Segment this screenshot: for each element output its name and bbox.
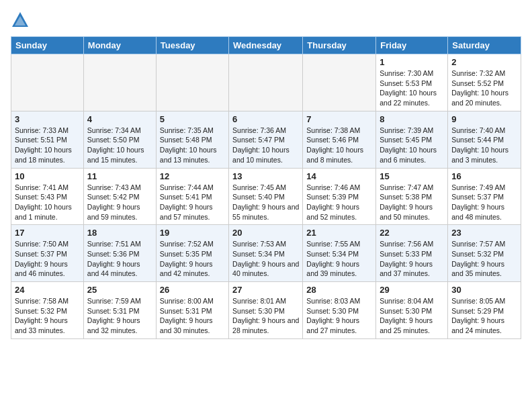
col-header-sunday: Sunday <box>11 37 84 54</box>
col-header-saturday: Saturday <box>448 37 521 54</box>
col-header-tuesday: Tuesday <box>156 37 228 54</box>
day-info: Sunrise: 7:40 AM Sunset: 5:44 PM Dayligh… <box>451 126 517 165</box>
calendar-cell: 19Sunrise: 7:52 AM Sunset: 5:35 PM Dayli… <box>156 225 228 282</box>
day-number: 25 <box>87 285 152 295</box>
day-info: Sunrise: 7:57 AM Sunset: 5:32 PM Dayligh… <box>451 239 517 279</box>
day-info: Sunrise: 8:01 AM Sunset: 5:30 PM Dayligh… <box>232 296 299 336</box>
day-info: Sunrise: 7:33 AM Sunset: 5:51 PM Dayligh… <box>15 126 80 165</box>
calendar-cell: 30Sunrise: 8:05 AM Sunset: 5:29 PM Dayli… <box>448 282 521 339</box>
day-info: Sunrise: 7:49 AM Sunset: 5:37 PM Dayligh… <box>451 183 517 222</box>
calendar-cell: 26Sunrise: 8:00 AM Sunset: 5:31 PM Dayli… <box>156 282 228 339</box>
day-number: 20 <box>232 228 299 238</box>
day-number: 18 <box>87 228 152 238</box>
day-number: 27 <box>232 285 299 295</box>
calendar-cell: 27Sunrise: 8:01 AM Sunset: 5:30 PM Dayli… <box>229 282 303 339</box>
calendar-cell: 18Sunrise: 7:51 AM Sunset: 5:36 PM Dayli… <box>83 225 156 282</box>
day-number: 14 <box>306 171 372 181</box>
day-number: 13 <box>232 171 299 181</box>
day-info: Sunrise: 7:52 AM Sunset: 5:35 PM Dayligh… <box>160 239 225 279</box>
day-info: Sunrise: 7:30 AM Sunset: 5:53 PM Dayligh… <box>380 68 444 108</box>
calendar-cell: 4Sunrise: 7:34 AM Sunset: 5:50 PM Daylig… <box>83 111 156 168</box>
day-number: 21 <box>306 228 372 238</box>
day-number: 22 <box>380 228 444 238</box>
col-header-thursday: Thursday <box>303 37 376 54</box>
calendar-cell: 14Sunrise: 7:46 AM Sunset: 5:39 PM Dayli… <box>303 168 376 225</box>
day-number: 24 <box>15 285 80 295</box>
calendar-cell: 5Sunrise: 7:35 AM Sunset: 5:48 PM Daylig… <box>156 111 228 168</box>
day-number: 29 <box>380 285 444 295</box>
day-info: Sunrise: 8:03 AM Sunset: 5:30 PM Dayligh… <box>306 296 372 336</box>
calendar-cell: 6Sunrise: 7:36 AM Sunset: 5:47 PM Daylig… <box>229 111 303 168</box>
day-info: Sunrise: 7:41 AM Sunset: 5:43 PM Dayligh… <box>15 183 80 222</box>
day-info: Sunrise: 7:32 AM Sunset: 5:52 PM Dayligh… <box>451 68 517 108</box>
calendar-cell: 10Sunrise: 7:41 AM Sunset: 5:43 PM Dayli… <box>11 168 84 225</box>
calendar-cell: 2Sunrise: 7:32 AM Sunset: 5:52 PM Daylig… <box>448 54 521 111</box>
day-info: Sunrise: 7:36 AM Sunset: 5:47 PM Dayligh… <box>232 126 299 165</box>
day-number: 5 <box>160 114 225 124</box>
day-info: Sunrise: 7:53 AM Sunset: 5:34 PM Dayligh… <box>232 239 299 279</box>
day-number: 19 <box>160 228 225 238</box>
calendar-cell: 29Sunrise: 8:04 AM Sunset: 5:30 PM Dayli… <box>376 282 448 339</box>
day-number: 6 <box>232 114 299 124</box>
day-number: 28 <box>306 285 372 295</box>
calendar-cell: 3Sunrise: 7:33 AM Sunset: 5:51 PM Daylig… <box>11 111 84 168</box>
day-number: 9 <box>451 114 517 124</box>
day-number: 12 <box>160 171 225 181</box>
day-number: 11 <box>87 171 152 181</box>
day-info: Sunrise: 7:35 AM Sunset: 5:48 PM Dayligh… <box>160 126 225 165</box>
day-number: 16 <box>451 171 517 181</box>
day-number: 10 <box>15 171 80 181</box>
day-info: Sunrise: 7:46 AM Sunset: 5:39 PM Dayligh… <box>306 183 372 222</box>
calendar-cell: 23Sunrise: 7:57 AM Sunset: 5:32 PM Dayli… <box>448 225 521 282</box>
day-number: 1 <box>380 57 444 67</box>
day-number: 3 <box>15 114 80 124</box>
calendar-cell: 11Sunrise: 7:43 AM Sunset: 5:42 PM Dayli… <box>83 168 156 225</box>
calendar-cell: 13Sunrise: 7:45 AM Sunset: 5:40 PM Dayli… <box>229 168 303 225</box>
calendar-week-5: 24Sunrise: 7:58 AM Sunset: 5:32 PM Dayli… <box>11 282 521 339</box>
day-info: Sunrise: 7:47 AM Sunset: 5:38 PM Dayligh… <box>380 183 444 222</box>
day-info: Sunrise: 7:45 AM Sunset: 5:40 PM Dayligh… <box>232 183 299 222</box>
logo <box>11 11 32 30</box>
calendar-cell: 15Sunrise: 7:47 AM Sunset: 5:38 PM Dayli… <box>376 168 448 225</box>
day-number: 17 <box>15 228 80 238</box>
calendar-cell: 8Sunrise: 7:39 AM Sunset: 5:45 PM Daylig… <box>376 111 448 168</box>
day-number: 7 <box>306 114 372 124</box>
calendar-cell: 21Sunrise: 7:55 AM Sunset: 5:34 PM Dayli… <box>303 225 376 282</box>
header <box>11 11 521 30</box>
day-number: 23 <box>451 228 517 238</box>
calendar-cell: 7Sunrise: 7:38 AM Sunset: 5:46 PM Daylig… <box>303 111 376 168</box>
calendar-table: SundayMondayTuesdayWednesdayThursdayFrid… <box>11 36 521 339</box>
day-number: 8 <box>380 114 444 124</box>
day-info: Sunrise: 7:34 AM Sunset: 5:50 PM Dayligh… <box>87 126 152 165</box>
calendar-cell: 28Sunrise: 8:03 AM Sunset: 5:30 PM Dayli… <box>303 282 376 339</box>
day-info: Sunrise: 7:44 AM Sunset: 5:41 PM Dayligh… <box>160 183 225 222</box>
calendar-cell <box>11 54 84 111</box>
day-number: 30 <box>451 285 517 295</box>
calendar-cell <box>83 54 156 111</box>
calendar-cell: 20Sunrise: 7:53 AM Sunset: 5:34 PM Dayli… <box>229 225 303 282</box>
calendar-cell: 24Sunrise: 7:58 AM Sunset: 5:32 PM Dayli… <box>11 282 84 339</box>
col-header-monday: Monday <box>83 37 156 54</box>
calendar-cell: 16Sunrise: 7:49 AM Sunset: 5:37 PM Dayli… <box>448 168 521 225</box>
page: SundayMondayTuesdayWednesdayThursdayFrid… <box>0 0 532 346</box>
day-info: Sunrise: 8:05 AM Sunset: 5:29 PM Dayligh… <box>451 296 517 336</box>
day-info: Sunrise: 7:50 AM Sunset: 5:37 PM Dayligh… <box>15 239 80 279</box>
calendar-cell: 25Sunrise: 7:59 AM Sunset: 5:31 PM Dayli… <box>83 282 156 339</box>
day-info: Sunrise: 7:51 AM Sunset: 5:36 PM Dayligh… <box>87 239 152 279</box>
day-number: 2 <box>451 57 517 67</box>
calendar-cell: 17Sunrise: 7:50 AM Sunset: 5:37 PM Dayli… <box>11 225 84 282</box>
day-number: 15 <box>380 171 444 181</box>
calendar-cell: 12Sunrise: 7:44 AM Sunset: 5:41 PM Dayli… <box>156 168 228 225</box>
calendar-week-2: 3Sunrise: 7:33 AM Sunset: 5:51 PM Daylig… <box>11 111 521 168</box>
calendar-cell: 1Sunrise: 7:30 AM Sunset: 5:53 PM Daylig… <box>376 54 448 111</box>
day-number: 4 <box>87 114 152 124</box>
calendar-cell: 9Sunrise: 7:40 AM Sunset: 5:44 PM Daylig… <box>448 111 521 168</box>
day-info: Sunrise: 7:43 AM Sunset: 5:42 PM Dayligh… <box>87 183 152 222</box>
calendar-week-3: 10Sunrise: 7:41 AM Sunset: 5:43 PM Dayli… <box>11 168 521 225</box>
day-info: Sunrise: 8:00 AM Sunset: 5:31 PM Dayligh… <box>160 296 225 336</box>
day-info: Sunrise: 7:59 AM Sunset: 5:31 PM Dayligh… <box>87 296 152 336</box>
calendar-cell <box>156 54 228 111</box>
calendar-cell <box>303 54 376 111</box>
col-header-friday: Friday <box>376 37 448 54</box>
logo-icon <box>11 11 30 30</box>
